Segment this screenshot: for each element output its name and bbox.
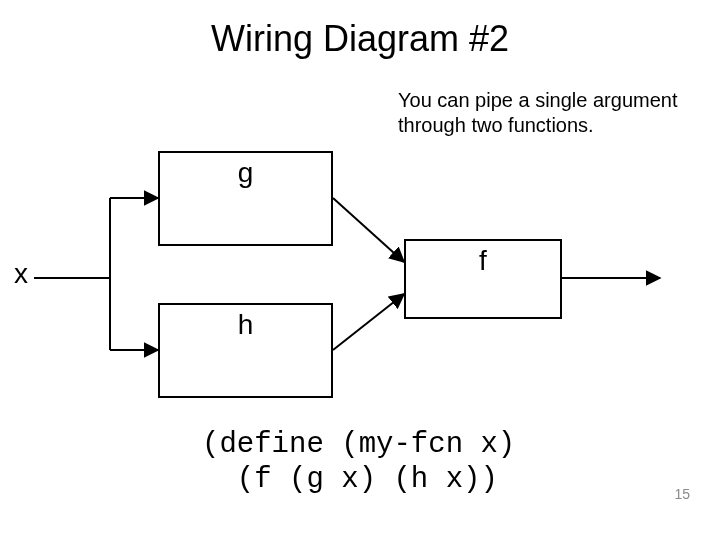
svg-line-4: [333, 198, 404, 262]
page-number: 15: [674, 486, 690, 502]
code-block: (define (my-fcn x) (f (g x) (h x)): [202, 428, 515, 498]
label-x: x: [14, 258, 28, 290]
page-title: Wiring Diagram #2: [0, 18, 720, 60]
box-g: g: [158, 151, 333, 246]
subtitle-text: You can pipe a single argument through t…: [398, 88, 708, 138]
box-h-label: h: [238, 309, 254, 341]
box-g-label: g: [238, 157, 254, 189]
svg-line-5: [333, 294, 404, 350]
box-f-label: f: [479, 245, 487, 277]
box-f: f: [404, 239, 562, 319]
box-h: h: [158, 303, 333, 398]
